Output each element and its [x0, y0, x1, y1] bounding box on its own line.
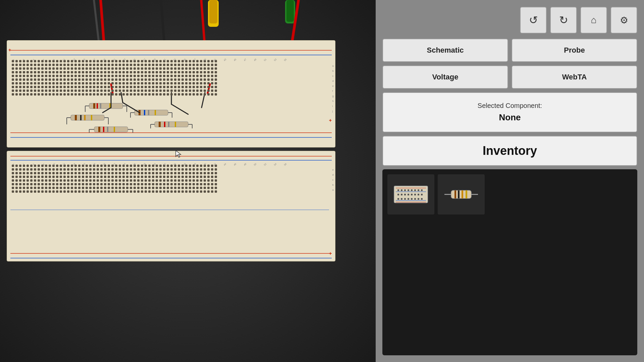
breadboard-hole[interactable] — [49, 183, 51, 185]
breadboard-hole[interactable] — [130, 64, 132, 66]
breadboard-hole[interactable] — [15, 67, 18, 70]
breadboard-hole[interactable] — [196, 172, 199, 174]
breadboard-hole[interactable] — [215, 183, 217, 185]
breadboard-hole[interactable] — [34, 190, 36, 193]
breadboard-hole[interactable] — [23, 93, 25, 96]
breadboard-hole[interactable] — [159, 86, 162, 88]
breadboard-hole[interactable] — [89, 93, 92, 96]
breadboard-hole[interactable] — [200, 86, 202, 88]
breadboard-hole[interactable] — [52, 75, 55, 77]
breadboard-hole[interactable] — [148, 89, 151, 92]
breadboard-hole[interactable] — [115, 86, 117, 88]
breadboard-hole[interactable] — [148, 176, 151, 178]
breadboard-hole[interactable] — [111, 71, 114, 73]
breadboard-hole[interactable] — [30, 71, 33, 73]
tray-item-breadboard[interactable] — [387, 174, 434, 215]
breadboard-hole[interactable] — [89, 187, 92, 189]
breadboard-hole[interactable] — [211, 67, 213, 70]
breadboard-hole[interactable] — [63, 78, 66, 81]
breadboard-hole[interactable] — [38, 183, 40, 185]
schematic-button[interactable]: Schematic — [382, 39, 508, 62]
breadboard-hole[interactable] — [60, 168, 62, 171]
breadboard-hole[interactable] — [86, 89, 88, 92]
breadboard-hole[interactable] — [193, 64, 195, 66]
breadboard-hole[interactable] — [93, 187, 95, 189]
breadboard-hole[interactable] — [133, 183, 136, 185]
breadboard-hole[interactable] — [193, 172, 195, 174]
breadboard-hole[interactable] — [145, 75, 147, 77]
breadboard-hole[interactable] — [56, 168, 58, 171]
breadboard-hole[interactable] — [71, 190, 73, 193]
breadboard-hole[interactable] — [133, 179, 136, 182]
breadboard-hole[interactable] — [38, 172, 40, 174]
breadboard-hole[interactable] — [52, 93, 55, 96]
breadboard-hole[interactable] — [56, 89, 58, 92]
breadboard-hole[interactable] — [189, 71, 191, 73]
breadboard-hole[interactable] — [170, 179, 173, 182]
breadboard-hole[interactable] — [119, 172, 121, 174]
breadboard-hole[interactable] — [137, 187, 140, 189]
breadboard-hole[interactable] — [141, 187, 143, 189]
breadboard-hole[interactable] — [100, 82, 103, 84]
breadboard-hole[interactable] — [45, 78, 47, 81]
breadboard-hole[interactable] — [108, 187, 110, 189]
breadboard-hole[interactable] — [196, 190, 199, 193]
breadboard-hole[interactable] — [45, 82, 47, 84]
breadboard-hole[interactable] — [119, 176, 121, 178]
breadboard-hole[interactable] — [71, 93, 73, 96]
breadboard-hole[interactable] — [93, 190, 95, 193]
breadboard-hole[interactable] — [15, 89, 18, 92]
breadboard-hole[interactable] — [141, 179, 143, 182]
breadboard-hole[interactable] — [130, 67, 132, 70]
breadboard-hole[interactable] — [45, 183, 47, 185]
breadboard-hole[interactable] — [130, 179, 132, 182]
breadboard-hole[interactable] — [15, 93, 18, 96]
breadboard-hole[interactable] — [93, 71, 95, 73]
breadboard-hole[interactable] — [170, 75, 173, 77]
breadboard-hole[interactable] — [133, 93, 136, 96]
breadboard-hole[interactable] — [156, 93, 158, 96]
breadboard-hole[interactable] — [86, 86, 88, 88]
breadboard-hole[interactable] — [137, 86, 140, 88]
breadboard-hole[interactable] — [26, 93, 29, 96]
breadboard-hole[interactable] — [122, 168, 125, 171]
breadboard-hole[interactable] — [152, 168, 154, 171]
breadboard-hole[interactable] — [204, 86, 206, 88]
breadboard-hole[interactable] — [15, 64, 18, 66]
breadboard-hole[interactable] — [115, 75, 117, 77]
upper-hole-grid[interactable] — [12, 60, 218, 97]
breadboard-hole[interactable] — [67, 71, 69, 73]
breadboard-hole[interactable] — [34, 93, 36, 96]
breadboard-hole[interactable] — [156, 168, 158, 171]
breadboard-hole[interactable] — [52, 82, 55, 84]
breadboard-hole[interactable] — [49, 75, 51, 77]
breadboard-hole[interactable] — [126, 64, 128, 66]
breadboard-hole[interactable] — [93, 168, 95, 171]
breadboard-hole[interactable] — [60, 71, 62, 73]
breadboard-hole[interactable] — [170, 176, 173, 178]
breadboard-hole[interactable] — [104, 71, 106, 73]
breadboard-hole[interactable] — [93, 93, 95, 96]
breadboard-hole[interactable] — [15, 75, 18, 77]
breadboard-hole[interactable] — [152, 183, 154, 185]
breadboard-hole[interactable] — [178, 86, 180, 88]
breadboard-hole[interactable] — [122, 82, 125, 84]
breadboard-hole[interactable] — [122, 86, 125, 88]
undo-button[interactable]: ↺ — [520, 7, 547, 34]
breadboard-hole[interactable] — [19, 176, 21, 178]
breadboard-hole[interactable] — [200, 187, 202, 189]
breadboard-hole[interactable] — [34, 89, 36, 92]
breadboard-hole[interactable] — [111, 176, 114, 178]
breadboard-hole[interactable] — [45, 176, 47, 178]
breadboard-hole[interactable] — [159, 183, 162, 185]
breadboard-hole[interactable] — [15, 190, 18, 193]
breadboard-hole[interactable] — [178, 64, 180, 66]
breadboard-hole[interactable] — [111, 64, 114, 66]
breadboard-hole[interactable] — [137, 67, 140, 70]
breadboard-hole[interactable] — [167, 190, 169, 193]
breadboard-hole[interactable] — [211, 82, 213, 84]
breadboard-hole[interactable] — [122, 187, 125, 189]
breadboard-hole[interactable] — [163, 176, 165, 178]
breadboard-hole[interactable] — [145, 172, 147, 174]
breadboard-hole[interactable] — [86, 183, 88, 185]
